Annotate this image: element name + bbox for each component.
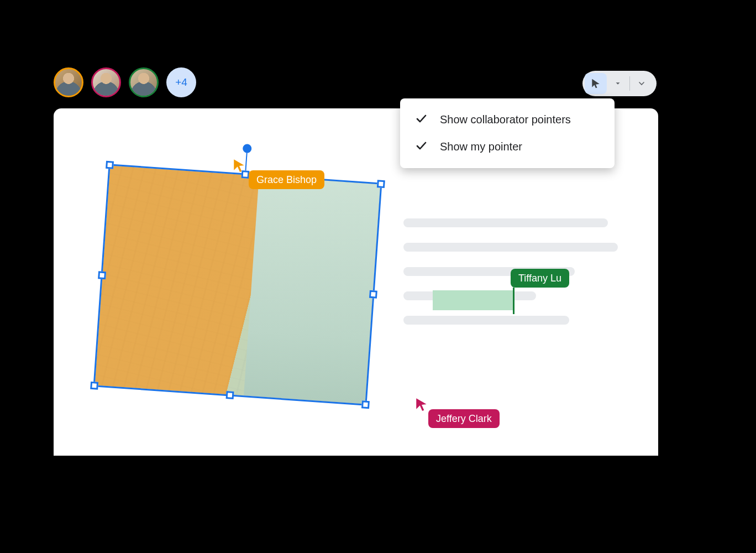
selected-image[interactable] bbox=[95, 165, 381, 404]
collaborator-cursor-jeffery bbox=[414, 397, 429, 414]
resize-handle-bm[interactable] bbox=[226, 391, 234, 399]
collaborator-name-tag-grace: Grace Bishop bbox=[249, 170, 324, 189]
resize-handle-ml[interactable] bbox=[98, 271, 106, 279]
pointer-tool-dropdown-toggle[interactable] bbox=[609, 73, 628, 94]
text-line bbox=[403, 243, 618, 252]
text-line bbox=[403, 316, 569, 325]
menu-item-show-my-pointer[interactable]: Show my pointer bbox=[400, 133, 615, 160]
avatar[interactable] bbox=[54, 67, 83, 97]
pointer-visibility-menu: Show collaborator pointers Show my point… bbox=[400, 98, 615, 168]
collaborator-name-tag-tiffany: Tiffany Lu bbox=[511, 269, 569, 288]
resize-handle-mr[interactable] bbox=[369, 290, 377, 299]
cursor-icon bbox=[232, 158, 246, 173]
avatar[interactable] bbox=[129, 67, 159, 97]
avatar[interactable] bbox=[91, 67, 121, 97]
resize-handle-br[interactable] bbox=[361, 400, 370, 409]
collaborator-cursor-grace bbox=[232, 158, 246, 175]
collaborator-avatars: +4 bbox=[54, 67, 196, 97]
resize-handle-tr[interactable] bbox=[377, 180, 385, 188]
avatar-overflow-count[interactable]: +4 bbox=[166, 67, 196, 97]
menu-item-show-collaborator-pointers[interactable]: Show collaborator pointers bbox=[400, 106, 615, 133]
collaborator-name-tag-jeffery: Jeffery Clark bbox=[428, 409, 500, 428]
toolbar-divider bbox=[629, 76, 630, 91]
chevron-down-icon bbox=[637, 79, 646, 88]
resize-handle-bl[interactable] bbox=[90, 382, 98, 390]
menu-item-label: Show collaborator pointers bbox=[440, 113, 571, 126]
pointer-tool-button[interactable] bbox=[585, 73, 607, 94]
cursor-icon bbox=[590, 78, 601, 89]
cursor-icon bbox=[414, 397, 429, 411]
collaborator-caret bbox=[513, 288, 514, 314]
menu-item-label: Show my pointer bbox=[440, 140, 522, 153]
more-tools-toggle[interactable] bbox=[632, 73, 651, 94]
check-icon bbox=[414, 112, 428, 128]
resize-handle-tl[interactable] bbox=[106, 161, 114, 169]
text-line bbox=[403, 218, 608, 227]
check-icon bbox=[414, 139, 428, 155]
caret-down-icon bbox=[614, 80, 622, 87]
collaborator-text-selection bbox=[433, 290, 513, 310]
rotation-handle[interactable] bbox=[243, 144, 252, 153]
image-content bbox=[95, 165, 381, 404]
